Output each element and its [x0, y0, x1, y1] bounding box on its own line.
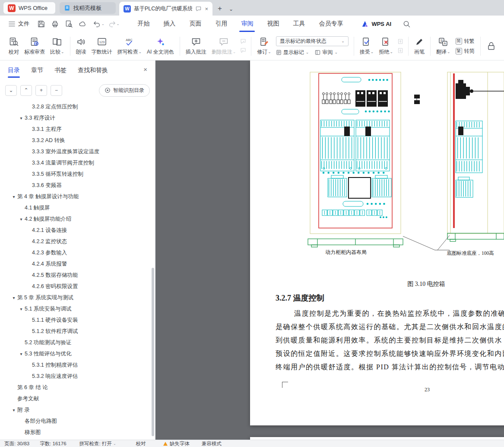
menu-tab-insert[interactable]: 插入 [156, 16, 182, 32]
toc-item[interactable]: 3.3.4 流量调节阀开度控制 [0, 157, 151, 168]
expand-all-button[interactable]: ⌃ [20, 85, 32, 96]
word-count-indicator[interactable]: 字数: 16176 [40, 441, 66, 447]
print-preview-icon[interactable] [65, 20, 73, 28]
accept-button[interactable]: 接受⌄ [357, 34, 377, 59]
menu-tab-tools[interactable]: 工具 [286, 16, 312, 32]
toc-item[interactable]: 4.2.6 密码权限设置 [0, 281, 151, 292]
sidebar-scrollbar[interactable] [152, 268, 154, 436]
new-tab-button[interactable]: + [218, 5, 222, 12]
sidebar-tab-chapters[interactable]: 章节 [31, 60, 43, 80]
toc-item[interactable]: 4.2.4 系统报警 [0, 258, 151, 269]
to-simplified-button[interactable]: 繁 转简 [456, 48, 475, 55]
page-indicator[interactable]: 页面: 30/83 [4, 441, 29, 447]
compare-button[interactable]: 比较⌄ [48, 34, 67, 59]
translate-button[interactable]: 文A 翻译⌄ [434, 34, 453, 59]
collapse-all-button[interactable]: ⌄ [5, 85, 17, 96]
toc-item[interactable]: 5.1.2 软件程序调试 [0, 326, 151, 337]
document-page[interactable]: 动力柜柜内器布局 底图标准底座，100高 图 3.10 电控箱 3.2.7 温度… [250, 60, 504, 425]
toc-item[interactable]: 4.2.5 数据存储功能 [0, 269, 151, 281]
toc-expand-arrow-icon[interactable]: ▾ [10, 295, 17, 300]
smart-toc-label: 智能识别目录 [113, 87, 144, 94]
toc-item[interactable]: 3.3.3 室外温度换算设定温度 [0, 146, 151, 157]
toc-item[interactable]: ▾4.2 触摸屏功能介绍 [0, 213, 151, 225]
toc-expand-arrow-icon[interactable]: ▾ [18, 217, 25, 222]
sidebar-tab-contents[interactable]: 目录 [8, 60, 20, 80]
print-icon[interactable] [51, 20, 59, 28]
toc-item[interactable]: ▾3.3 程序设计 [0, 112, 151, 124]
save-icon[interactable] [37, 20, 45, 28]
word-count-button[interactable]: 123 字数统计 [89, 34, 115, 59]
toc-expand-arrow-icon[interactable]: ▾ [18, 352, 25, 356]
to-traditional-button[interactable]: 简 转繁 [456, 38, 475, 45]
proofread-button[interactable]: 校对 [6, 34, 22, 59]
toc-item[interactable]: ▾附 录 [0, 404, 151, 415]
sidebar-tab-bookmarks[interactable]: 书签 [54, 60, 67, 80]
document-tab[interactable]: W 基于PLC的电厂供暖系统的设 × [119, 2, 212, 16]
template-tab[interactable]: 找稻壳模板 [60, 2, 116, 14]
redo-button[interactable]: ⌄ [108, 20, 120, 28]
show-markup-button[interactable]: 显示标记 ⌄ [276, 49, 309, 56]
cloud-sync-icon[interactable] [79, 20, 87, 28]
spell-check-status[interactable]: 拼写检查: 打开 ⌄ [79, 441, 116, 447]
toc-item[interactable]: 各部分电路图 [0, 415, 151, 427]
restrict-edit-button[interactable] [484, 34, 499, 59]
toc-item[interactable]: ▾第 4 章 触摸屏设计与功能 [0, 191, 151, 202]
reject-button[interactable]: 拒绝⌄ [376, 34, 396, 59]
missing-font-warning[interactable]: 缺失字体 [163, 441, 190, 447]
zoom-out-outline-button[interactable]: − [51, 85, 62, 96]
menu-tab-page[interactable]: 页面 [182, 16, 208, 32]
wps-home-tab[interactable]: W WPS Office [3, 2, 55, 14]
toc-item[interactable]: 5.3.2 响应速度评估 [0, 371, 151, 382]
ink-brush-button[interactable]: 画笔 [412, 34, 427, 59]
file-menu-button[interactable]: 文件 [8, 20, 29, 28]
standard-review-button[interactable]: 标准审查 [22, 34, 48, 59]
toc-item[interactable]: 4.1 触摸屏 [0, 202, 151, 213]
toc-item[interactable]: 4.2.3 参数输入 [0, 247, 151, 258]
review-pane-button[interactable]: 审阅 ⌄ [315, 49, 338, 56]
toc-item[interactable]: 3.2.8 定点恒压控制 [0, 101, 151, 112]
toc-item[interactable]: 5.1.1 硬件设备安装 [0, 314, 151, 326]
close-sidebar-icon[interactable]: × [143, 66, 147, 73]
menu-tab-membership[interactable]: 会员专享 [312, 16, 350, 32]
toc-expand-arrow-icon[interactable]: ▾ [10, 408, 17, 412]
zoom-in-outline-button[interactable]: + [35, 85, 47, 96]
track-changes-button[interactable]: 修订⌄ [254, 34, 274, 59]
smart-toc-button[interactable]: 智能识别目录 [99, 84, 150, 97]
search-icon[interactable] [403, 20, 411, 28]
toc-item[interactable]: 4.2.2 监控状态 [0, 236, 151, 247]
wps-ai-button[interactable]: WPS AI [361, 20, 391, 28]
menu-tab-home[interactable]: 开始 [130, 16, 156, 32]
toc-item[interactable]: 参考文献 [0, 393, 151, 404]
toc-item[interactable]: 3.3.1 主程序 [0, 124, 151, 135]
toc-item[interactable]: 3.3.6 变频器 [0, 180, 151, 191]
toc-item[interactable]: ▾5.3 性能评估与优化 [0, 348, 151, 359]
toc-expand-arrow-icon[interactable]: ▾ [18, 116, 25, 120]
proofread-status[interactable]: 校对 [136, 441, 146, 447]
ai-polish-button[interactable]: AI 全文润色 [144, 34, 177, 59]
menu-tab-review[interactable]: 审阅 [234, 16, 260, 32]
menu-tab-view[interactable]: 视图 [260, 16, 286, 32]
toc-expand-arrow-icon[interactable]: ▾ [10, 194, 17, 199]
toc-item[interactable]: ▾5.1 系统安装与调试 [0, 303, 151, 314]
sidebar-tab-find-replace[interactable]: 查找和替换 [78, 60, 108, 80]
compatibility-mode-label[interactable]: 兼容模式 [202, 441, 222, 447]
menu-tab-reference[interactable]: 引用 [208, 16, 234, 32]
toc-item[interactable]: 4.2.1 设备连接 [0, 225, 151, 236]
read-aloud-button[interactable]: 朗读 [73, 34, 89, 59]
tab-list-chevron-icon[interactable]: ⌄ [229, 6, 233, 12]
toc-item[interactable]: 第 6 章 结 论 [0, 382, 151, 393]
toc-item[interactable]: 5.3.1 控制精度评估 [0, 359, 151, 371]
toc-item[interactable]: 3.3.5 循环泵转速控制 [0, 168, 151, 180]
redo-caret-icon[interactable]: ⌄ [117, 22, 120, 26]
toc-expand-arrow-icon[interactable]: ▾ [18, 307, 25, 311]
toc-item[interactable]: 3.3.2 AD 转换 [0, 135, 151, 146]
toc-item[interactable]: ▾第 5 章 系统实现与测试 [0, 292, 151, 303]
toc-item[interactable]: 5.2 功能测试与验证 [0, 337, 151, 348]
markup-state-dropdown[interactable]: 显示标记的最终状态 ⌄ [276, 36, 349, 46]
insert-comment-button[interactable]: 插入批注 [183, 34, 209, 59]
undo-caret-icon[interactable]: ⌄ [101, 22, 105, 26]
close-document-icon[interactable]: × [205, 6, 208, 12]
toc-item[interactable]: 梯形图 [0, 427, 151, 438]
spell-check-button[interactable]: ABC 拼写检查⌄ [115, 34, 145, 59]
undo-button[interactable]: ⌄ [93, 20, 105, 28]
